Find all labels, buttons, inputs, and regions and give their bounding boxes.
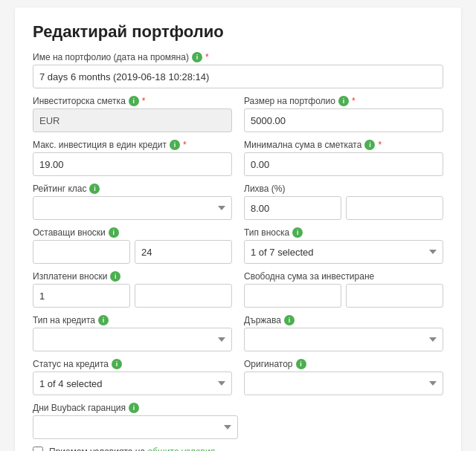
remaining-payments-inputs [33,240,232,264]
free-investment-max-input[interactable] [346,284,443,308]
terms-link[interactable]: общите условия [147,447,215,451]
remaining-payments-min-input[interactable] [33,240,130,264]
interest-label: Лихва (%) [244,184,443,194]
buyback-days-select[interactable] [33,415,238,439]
paid-payments-max-input[interactable] [135,284,232,308]
payment-type-select[interactable]: 1 of 7 selected [244,240,443,264]
country-col: Държава i [244,315,443,351]
min-balance-info-icon: i [364,140,375,150]
portfolio-size-label: Размер на портфолио i * [244,96,443,106]
paid-payments-min-input[interactable] [33,284,130,308]
credit-type-col: Тип на кредита i [33,315,232,351]
buyback-days-field: Дни Buyback гаранция i [33,403,443,439]
remaining-payments-info-icon: i [109,227,119,238]
terms-row: Приемам условията на общите условия [33,447,443,451]
max-investment-min-balance-row: Макс. инвестиция в един кредит i * Миним… [33,140,443,176]
interest-min-input[interactable] [244,196,341,220]
credit-status-select[interactable]: 1 of 4 selected [33,371,232,395]
portfolio-size-input[interactable] [244,108,443,132]
terms-label[interactable]: Приемам условията на общите условия [49,447,215,451]
investor-account-portfolio-size-row: Инвеститорска сметка i * Размер на портф… [33,96,443,132]
investor-account-info-icon: i [129,96,139,106]
min-balance-label: Минимална сума в сметката i * [244,140,443,150]
credit-type-select[interactable] [33,328,232,351]
edit-portfolio-form: Редактирай портфолио Име на портфолио (д… [15,7,461,451]
portfolio-name-input[interactable] [33,65,443,88]
portfolio-name-info-icon: i [192,52,202,62]
portfolio-size-col: Размер на портфолио i * [244,96,443,132]
rating-class-col: Рейтинг клас i [33,184,232,220]
originator-label: Оригинатор i [244,359,443,369]
investor-account-input[interactable] [33,108,232,132]
portfolio-size-info-icon: i [338,96,349,106]
paid-payments-free-investment-row: Изплатени вноски i Свободна сума за инве… [33,271,443,308]
rating-class-select[interactable] [33,196,232,220]
free-investment-col: Свободна сума за инвестиране [244,271,443,308]
rating-class-info-icon: i [89,184,100,194]
min-balance-input[interactable] [244,152,443,176]
rating-class-label: Рейтинг клас i [33,184,232,194]
portfolio-name-field: Име на портфолио (дата на промяна) i * [33,52,443,88]
interest-col: Лихва (%) [244,184,443,220]
buyback-days-info-icon: i [129,403,139,413]
portfolio-name-label: Име на портфолио (дата на промяна) i * [33,52,443,62]
paid-payments-inputs [33,284,232,308]
originator-info-icon: i [296,359,306,369]
credit-status-originator-row: Статус на кредита i 1 of 4 selected Ориг… [33,359,443,395]
credit-status-label: Статус на кредита i [33,359,232,369]
remaining-payments-max-input[interactable] [135,240,232,264]
max-investment-input[interactable] [33,152,232,176]
country-select[interactable] [244,328,443,351]
remaining-payments-label: Оставащи вноски i [33,227,232,238]
interest-max-input[interactable] [346,196,443,220]
rating-interest-row: Рейтинг клас i Лихва (%) [33,184,443,220]
paid-payments-info-icon: i [110,271,120,282]
credit-status-info-icon: i [112,359,122,369]
payment-type-col: Тип вноска i 1 of 7 selected [244,227,443,264]
max-investment-col: Макс. инвестиция в един кредит i * [33,140,232,176]
free-investment-min-input[interactable] [244,284,341,308]
max-investment-info-icon: i [170,140,180,150]
page-title: Редактирай портфолио [33,22,443,42]
payment-type-info-icon: i [292,227,303,238]
originator-select[interactable] [244,371,443,395]
remaining-payments-row: Оставащи вноски i Тип вноска i 1 of 7 se… [33,227,443,264]
credit-type-info-icon: i [98,315,109,325]
investor-account-label: Инвеститорска сметка i * [33,96,232,106]
credit-type-country-row: Тип на кредита i Държава i [33,315,443,351]
buyback-days-label: Дни Buyback гаранция i [33,403,443,413]
payment-type-label: Тип вноска i [244,227,443,238]
credit-type-label: Тип на кредита i [33,315,232,325]
credit-status-col: Статус на кредита i 1 of 4 selected [33,359,232,395]
interest-inputs [244,196,443,220]
originator-col: Оригинатор i [244,359,443,395]
max-investment-label: Макс. инвестиция в един кредит i * [33,140,232,150]
free-investment-label: Свободна сума за инвестиране [244,271,443,282]
paid-payments-label: Изплатени вноски i [33,271,232,282]
min-balance-col: Минимална сума в сметката i * [244,140,443,176]
country-info-icon: i [284,315,295,325]
paid-payments-col: Изплатени вноски i [33,271,232,308]
investor-account-col: Инвеститорска сметка i * [33,96,232,132]
country-label: Държава i [244,315,443,325]
remaining-payments-col: Оставащи вноски i [33,227,232,264]
terms-checkbox[interactable] [33,447,43,451]
free-investment-inputs [244,284,443,308]
